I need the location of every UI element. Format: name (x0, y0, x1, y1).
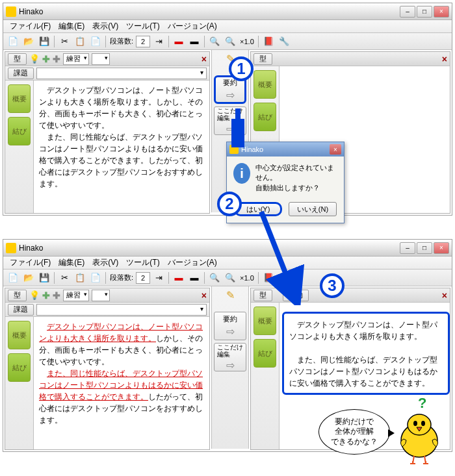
paragraph-count-b[interactable] (136, 272, 150, 284)
arrow-1-to-2 (231, 107, 244, 147)
save-icon[interactable]: 💾 (37, 34, 51, 49)
menu-file[interactable]: ファイル(F) (6, 21, 55, 32)
menu-version-b[interactable]: バージョン(A) (164, 257, 221, 268)
plus-gray-icon-b[interactable]: ✚ (53, 290, 60, 301)
open-icon-b[interactable]: 📂 (21, 271, 36, 285)
menu-version[interactable]: バージョン(A) (164, 21, 221, 32)
bulb-icon[interactable]: 💡 (29, 54, 40, 64)
marker-red-icon[interactable]: ▬ (172, 34, 186, 49)
menu-view[interactable]: 表示(V) (88, 21, 122, 32)
bulb-icon-b[interactable]: 💡 (29, 290, 40, 300)
practice-combo[interactable]: 練習 (63, 53, 89, 65)
marker-red-icon-b[interactable]: ▬ (172, 271, 186, 285)
close-button[interactable]: × (434, 6, 449, 18)
pane-close-icon-rb[interactable]: × (442, 290, 447, 301)
kadai-combo[interactable] (36, 68, 207, 79)
kadai-combo-b[interactable] (36, 304, 207, 316)
open-icon[interactable]: 📂 (21, 34, 36, 49)
svg-point-3 (408, 414, 431, 435)
pane-close-icon-r[interactable]: × (442, 54, 447, 64)
maximize-button[interactable]: □ (417, 6, 432, 18)
arrow-right-icon-b: ⇨ (226, 325, 235, 338)
kadai-button[interactable]: 課題 (8, 68, 34, 79)
indent-icon[interactable]: ⇥ (151, 34, 166, 49)
pane-close-icon[interactable]: × (202, 54, 207, 64)
paragraph-label-b: 段落数: (109, 273, 135, 282)
menu-view-b[interactable]: 表示(V) (88, 257, 122, 268)
window-title-b: Hinako (19, 244, 400, 253)
plus-gray-icon[interactable]: ✚ (53, 54, 60, 64)
blank-combo-b[interactable] (92, 290, 110, 301)
svg-point-5 (421, 421, 425, 426)
arrow-right-icon: ⇨ (226, 89, 235, 101)
blank-combo[interactable] (92, 53, 110, 65)
mid-column-b: ✎ 要約 ⇨ ここだけ 編集 ⇨ (211, 286, 249, 449)
new-icon-b[interactable]: 📄 (6, 271, 20, 285)
type-button-b[interactable]: 型 (8, 290, 27, 301)
main-text[interactable]: デスクトップ型パソコンは、ノート型パソコンよりも大きく場所を取ります。しかし、そ… (34, 81, 209, 213)
paste-icon-b[interactable]: 📄 (88, 271, 103, 285)
marker-clear-icon-b[interactable]: ▬ (187, 271, 202, 285)
pane-close-icon-b[interactable]: × (202, 290, 207, 301)
pencil-icon-b[interactable]: ✎ (226, 289, 235, 301)
left-pane-b: 型 💡 ✚ ✚ 練習 × 課題 概要 結び デスクトップ型パソコンは、ノート型パ… (5, 288, 210, 450)
paragraph-count[interactable] (136, 36, 150, 47)
minimize-button-b[interactable]: – (400, 242, 415, 254)
svg-line-1 (261, 212, 292, 291)
plus-icon-b[interactable]: ✚ (42, 290, 50, 301)
plus-icon[interactable]: ✚ (42, 54, 50, 64)
new-icon[interactable]: 📄 (6, 34, 20, 49)
step-3-marker: 3 (320, 273, 344, 298)
kokodake-label-b: ここだけ 編集 (217, 344, 243, 358)
tab-conclusion-b[interactable]: 結び (8, 353, 31, 382)
type-button[interactable]: 型 (8, 53, 27, 65)
zoom-in-icon[interactable]: 🔍 (223, 34, 237, 49)
copy-icon-b[interactable]: 📋 (73, 271, 87, 285)
question-mark-icon: ? (418, 395, 426, 412)
main-text-b[interactable]: デスクトップ型パソコンは、ノート型パソコンよりも大きく場所を取ります。しかし、そ… (34, 317, 209, 449)
speech-bubble: 要約だけで 全体が理解 できるかな？ (318, 409, 390, 455)
save-icon-b[interactable]: 💾 (37, 271, 51, 285)
zoom-out-icon[interactable]: 🔍 (207, 34, 222, 49)
kadai-button-b[interactable]: 課題 (8, 304, 34, 316)
copy-icon[interactable]: 📋 (73, 34, 87, 49)
tab-conclusion-r[interactable]: 結び (254, 103, 276, 131)
summarize-button-b[interactable]: 要約 ⇨ (214, 312, 246, 340)
arrow-right-icon-b2: ⇨ (226, 359, 235, 371)
zoom-level: ×1.0 (239, 38, 255, 45)
close-button-b[interactable]: × (434, 242, 449, 254)
menu-file-b[interactable]: ファイル(F) (6, 257, 55, 268)
kokodake-button-b[interactable]: ここだけ 編集 ⇨ (214, 343, 246, 371)
dialog-close-button[interactable]: × (330, 144, 341, 155)
dialog-message: 中心文が設定されていません。 自動抽出しますか？ (255, 163, 337, 193)
maximize-button-b[interactable]: □ (417, 242, 432, 254)
menu-edit[interactable]: 編集(E) (55, 21, 88, 32)
tab-conclusion-rb[interactable]: 結び (254, 339, 276, 368)
tab-summary-b[interactable]: 概要 (8, 321, 31, 349)
tool-a-icon[interactable]: 📕 (261, 34, 276, 49)
zoom-out-icon-b[interactable]: 🔍 (207, 271, 222, 285)
menu-tool-b[interactable]: ツール(T) (122, 257, 163, 268)
tab-summary-r[interactable]: 概要 (254, 70, 276, 99)
practice-combo-b[interactable]: 練習 (63, 290, 89, 301)
window-title: Hinako (19, 7, 400, 16)
marker-clear-icon[interactable]: ▬ (187, 34, 202, 49)
indent-icon-b[interactable]: ⇥ (151, 271, 166, 285)
menubar-b: ファイル(F) 編集(E) 表示(V) ツール(T) バージョン(A) (3, 257, 452, 269)
zoom-in-icon-b[interactable]: 🔍 (223, 271, 237, 285)
tab-summary[interactable]: 概要 (8, 84, 31, 113)
chick-character-icon (393, 408, 445, 466)
type-button-r[interactable]: 型 (254, 53, 272, 65)
paste-icon[interactable]: 📄 (88, 34, 103, 49)
titlebar-b: Hinako – □ × (3, 240, 452, 257)
menu-edit-b[interactable]: 編集(E) (55, 257, 88, 268)
cut-icon[interactable]: ✂ (57, 34, 72, 49)
minimize-button[interactable]: – (400, 6, 415, 18)
tab-summary-rb[interactable]: 概要 (254, 307, 276, 335)
app-icon-b (6, 243, 16, 253)
tab-conclusion[interactable]: 結び (8, 117, 31, 145)
info-icon: i (233, 163, 250, 184)
tool-b-icon[interactable]: 🔧 (277, 34, 291, 49)
cut-icon-b[interactable]: ✂ (57, 271, 72, 285)
menu-tool[interactable]: ツール(T) (122, 21, 163, 32)
